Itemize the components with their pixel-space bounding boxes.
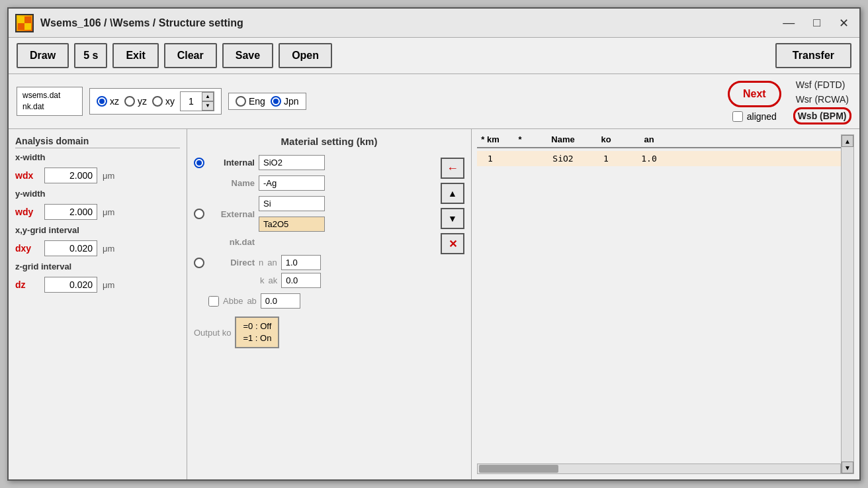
- maximize-button[interactable]: □: [809, 15, 824, 31]
- save-button[interactable]: Save: [222, 43, 273, 68]
- table-row[interactable]: 1 SiO2 1 1.0: [477, 151, 841, 166]
- radio-yz-label: yz: [138, 96, 147, 107]
- col-name: Name: [537, 134, 589, 144]
- exit-button[interactable]: Exit: [112, 43, 158, 68]
- svg-rect-2: [18, 23, 24, 30]
- spin-down[interactable]: ▼: [202, 101, 214, 111]
- radio-jpn-circle: [271, 96, 281, 107]
- radio-jpn[interactable]: Jpn: [271, 96, 299, 107]
- horizontal-scrollbar[interactable]: [477, 464, 841, 474]
- wdx-label: wdx: [15, 170, 39, 181]
- arrow-up-button[interactable]: ▲: [441, 183, 464, 204]
- name-input[interactable]: [259, 175, 325, 191]
- analysis-section-title: Analysis domain: [15, 136, 180, 148]
- window-title: Wsems_106 / \Wsems / Structure setting: [40, 17, 779, 29]
- radio-external-circle: [194, 209, 204, 219]
- spin-box[interactable]: ▲ ▼: [180, 91, 214, 111]
- dxy-label: dxy: [15, 243, 39, 254]
- spin-up[interactable]: ▲: [202, 92, 214, 101]
- wdy-row: wdy μm: [15, 204, 180, 220]
- table-container: * km * Name ko an 1 SiO2 1 1.0: [477, 134, 854, 474]
- open-button[interactable]: Open: [279, 43, 332, 68]
- dz-input[interactable]: [44, 277, 97, 293]
- svg-rect-0: [18, 17, 24, 23]
- timer-button[interactable]: 5 s: [74, 43, 107, 68]
- direct-section: Direct n an k ak: [194, 255, 437, 288]
- svg-rect-3: [24, 23, 31, 30]
- clear-button[interactable]: Clear: [164, 43, 217, 68]
- next-button[interactable]: Next: [728, 81, 781, 107]
- plane-radio-group: xz yz xy ▲ ▼: [89, 88, 222, 115]
- external-input2[interactable]: [259, 217, 325, 232]
- xygrid-title: x,y-grid interval: [15, 225, 180, 236]
- radio-external[interactable]: [194, 209, 204, 219]
- nkdat-row: nk.dat: [208, 237, 437, 247]
- fdtd-link[interactable]: Wsf (FDTD): [793, 78, 851, 91]
- radio-xz-circle: [97, 96, 107, 107]
- main-window: Wsems_106 / \Wsems / Structure setting —…: [7, 7, 861, 481]
- spin-input[interactable]: [181, 92, 202, 111]
- col-ko: ko: [589, 134, 623, 144]
- close-button[interactable]: ✕: [835, 15, 853, 32]
- delete-button[interactable]: ✕: [441, 233, 464, 254]
- k-label: k: [260, 275, 265, 285]
- right-links-panel: Wsf (FDTD) Wsr (RCWA) Wsb (BPM): [793, 78, 851, 124]
- an-input[interactable]: [281, 255, 321, 270]
- radio-jpn-label: Jpn: [284, 96, 299, 107]
- draw-button[interactable]: Draw: [17, 43, 69, 68]
- wdx-input[interactable]: [44, 168, 97, 183]
- cell-name: SiO2: [537, 154, 589, 164]
- output-off: =0 : Off: [243, 320, 271, 332]
- cell-an: 1.0: [623, 154, 675, 164]
- arrow-left-button[interactable]: ←: [441, 158, 464, 179]
- output-button[interactable]: =0 : Off =1 : On: [235, 317, 279, 348]
- minimize-button[interactable]: —: [779, 15, 799, 31]
- rcwa-link[interactable]: Wsr (RCWA): [793, 93, 851, 106]
- dxy-input[interactable]: [44, 240, 97, 256]
- material-header: Material setting (km): [194, 136, 464, 147]
- left-panel: Analysis domain x-width wdx μm y-width w…: [9, 129, 187, 479]
- transfer-button[interactable]: Transfer: [775, 43, 851, 68]
- radio-internal-circle: [194, 158, 204, 168]
- language-radio-group: Eng Jpn: [228, 93, 306, 110]
- bpm-link[interactable]: Wsb (BPM): [793, 107, 851, 124]
- vertical-scrollbar[interactable]: ▲ ▼: [841, 134, 854, 474]
- material-section: Internal Name: [194, 155, 464, 348]
- radio-xy-circle: [152, 96, 163, 107]
- k-row: k ak: [260, 273, 437, 288]
- col-star: *: [503, 134, 537, 144]
- scroll-down-button[interactable]: ▼: [842, 462, 853, 473]
- radio-internal[interactable]: [194, 158, 204, 168]
- radio-eng-circle: [236, 96, 246, 107]
- radio-xy[interactable]: xy: [152, 96, 175, 107]
- ywidth-title: y-width: [15, 189, 180, 200]
- h-scroll-thumb[interactable]: [479, 465, 558, 473]
- app-icon: [15, 14, 34, 32]
- abbe-checkbox[interactable]: [208, 296, 219, 307]
- cell-km: 1: [477, 154, 503, 164]
- zgrid-title: z-grid interval: [15, 262, 180, 273]
- file-line2: nk.dat: [22, 101, 77, 113]
- ak-input[interactable]: [281, 273, 321, 288]
- second-row: wsems.dat nk.dat xz yz xy ▲ ▼: [9, 74, 859, 129]
- arrow-down-button[interactable]: ▼: [441, 208, 464, 229]
- radio-yz[interactable]: yz: [124, 96, 147, 107]
- internal-row: Internal: [194, 155, 437, 170]
- internal-input[interactable]: [259, 155, 325, 170]
- radio-eng[interactable]: Eng: [236, 96, 265, 107]
- wdy-input[interactable]: [44, 204, 97, 220]
- radio-xz[interactable]: xz: [97, 96, 119, 107]
- external-input1[interactable]: [259, 196, 325, 211]
- radio-eng-label: Eng: [249, 96, 265, 107]
- name-label: Name: [208, 178, 255, 188]
- ab-input[interactable]: [261, 293, 300, 309]
- scroll-up-button[interactable]: ▲: [842, 135, 853, 147]
- file-line1: wsems.dat: [22, 90, 77, 101]
- wdx-unit: μm: [103, 171, 114, 181]
- radio-direct[interactable]: [194, 258, 204, 268]
- mat-buttons: ← ▲ ▼ ✕: [441, 155, 464, 254]
- aligned-checkbox[interactable]: [732, 111, 743, 122]
- abbe-label: Abbe: [223, 296, 243, 306]
- dz-unit: μm: [103, 280, 114, 290]
- wdy-unit: μm: [103, 207, 114, 217]
